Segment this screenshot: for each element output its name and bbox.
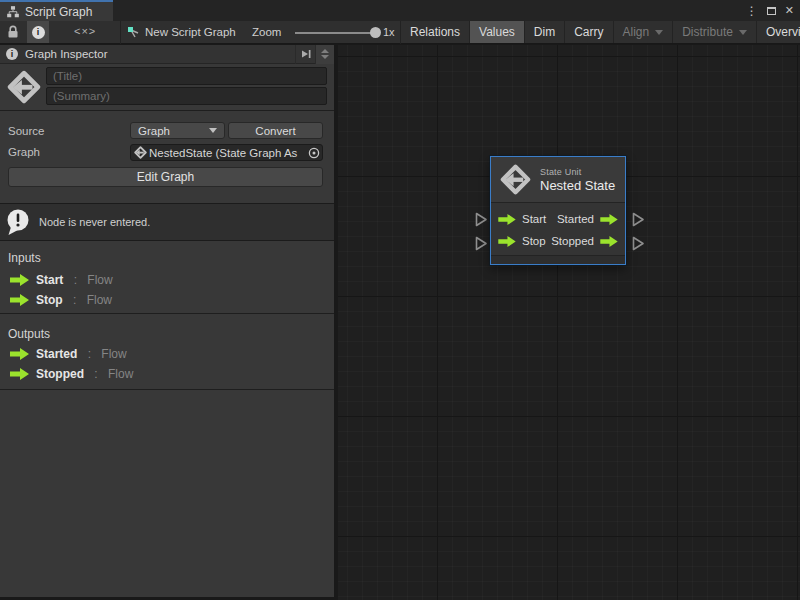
graph-label: Graph <box>8 146 40 158</box>
warning-text: Node is never entered. <box>39 216 150 228</box>
summary-input[interactable] <box>46 87 327 105</box>
code-preview-icon[interactable]: <×> <box>74 25 96 37</box>
source-dropdown[interactable]: Graph <box>130 122 225 139</box>
inspector-toggle-button[interactable]: i <box>27 21 49 43</box>
inspector-header: i Graph Inspector <box>0 45 334 64</box>
port-separator: : <box>70 273 80 287</box>
chevron-down-icon <box>739 30 747 35</box>
tab-script-graph[interactable]: Script Graph <box>0 0 113 21</box>
node-ports: Start Started Stop Stopped <box>491 203 625 255</box>
port-separator: : <box>70 293 80 307</box>
edit-graph-button[interactable]: Edit Graph <box>8 167 323 187</box>
node-port-row: Stop Stopped <box>498 230 618 252</box>
graph-canvas[interactable]: State Unit Nested State Start Started <box>338 45 800 600</box>
state-graph-icon <box>500 164 531 195</box>
port-stopped[interactable]: Stopped <box>551 235 618 247</box>
chevron-down-icon <box>209 128 217 133</box>
zoom-slider[interactable] <box>295 32 377 34</box>
port-label: Stopped <box>551 235 594 247</box>
graph-object-field[interactable]: NestedState (State Graph As <box>130 144 323 161</box>
toolbar-button-relations[interactable]: Relations <box>401 21 470 43</box>
port-name: Start <box>36 273 63 287</box>
output-connector-started[interactable] <box>632 212 645 227</box>
source-label: Source <box>8 125 44 137</box>
warning-icon <box>5 208 31 236</box>
node-footer <box>491 255 625 264</box>
state-graph-icon <box>7 70 41 104</box>
port-stop[interactable]: Stop <box>498 235 546 247</box>
panel-scroll-buttons[interactable] <box>315 45 334 64</box>
title-bar: Script Graph ⋮ ✕ <box>0 0 800 21</box>
output-connector-stopped[interactable] <box>632 236 645 251</box>
toolbar-separator <box>120 21 121 44</box>
toolbar-button-dim[interactable]: Dim <box>525 21 565 43</box>
info-icon: i <box>32 26 45 39</box>
graph-title-label: New Script Graph <box>145 26 236 38</box>
convert-button[interactable]: Convert <box>228 122 323 139</box>
node-header[interactable]: State Unit Nested State <box>491 157 625 203</box>
zoom-label: Zoom <box>252 26 281 38</box>
divider <box>0 110 334 111</box>
node-kind: State Unit <box>540 167 615 177</box>
close-icon[interactable]: ✕ <box>785 5 794 16</box>
title-input[interactable] <box>46 67 327 85</box>
toolbar-button-carry[interactable]: Carry <box>565 21 613 43</box>
port-name: Stopped <box>36 367 84 381</box>
graph-inspector-panel: i Graph Inspector Source Gr <box>0 45 336 597</box>
port-name: Stop <box>36 293 63 307</box>
output-port-row: Stopped : Flow <box>10 367 133 381</box>
toolbar-button-overview[interactable]: Overview <box>757 21 800 43</box>
node-port-row: Start Started <box>498 208 618 230</box>
divider <box>0 313 334 314</box>
tab-title: Script Graph <box>25 5 92 19</box>
script-graph-icon <box>6 5 20 19</box>
source-dropdown-value: Graph <box>138 125 170 137</box>
input-port-row: Start : Flow <box>10 273 113 287</box>
lock-icon[interactable] <box>7 25 19 43</box>
port-type: Flow <box>101 347 126 361</box>
port-separator: : <box>91 367 101 381</box>
toolbar-button-values[interactable]: Values <box>470 21 525 43</box>
chevron-down-icon <box>655 30 663 35</box>
state-graph-icon <box>134 146 147 159</box>
port-type: Flow <box>108 367 133 381</box>
divider <box>0 389 334 390</box>
info-icon: i <box>6 48 18 60</box>
zoom-value: 1x <box>383 26 395 38</box>
toolbar-button-distribute[interactable]: Distribute <box>673 21 757 43</box>
graph-toolbar: i <×> New Script Graph Zoom 1x Relations… <box>0 21 800 44</box>
port-started[interactable]: Started <box>557 213 618 225</box>
output-port-row: Started : Flow <box>10 347 127 361</box>
outputs-section-title: Outputs <box>8 327 50 341</box>
port-label: Started <box>557 213 594 225</box>
state-unit-node[interactable]: State Unit Nested State Start Started <box>490 156 626 265</box>
input-port-row: Stop : Flow <box>10 293 112 307</box>
warning-banner: Node is never entered. <box>0 203 334 241</box>
toolbar-button-align[interactable]: Align <box>614 21 674 43</box>
graph-asset-icon <box>127 26 141 44</box>
object-picker-icon[interactable] <box>306 145 322 160</box>
port-label: Start <box>522 213 546 225</box>
maximize-icon[interactable] <box>767 7 776 15</box>
port-type: Flow <box>87 293 112 307</box>
flow-arrow-icon <box>498 214 516 225</box>
unity-visual-scripting-window: Script Graph ⋮ ✕ i <×> <box>0 0 800 600</box>
flow-arrow-icon <box>600 236 618 247</box>
port-separator: : <box>84 347 94 361</box>
input-connector-start[interactable] <box>475 212 488 227</box>
port-label: Stop <box>522 235 546 247</box>
flow-arrow-icon <box>600 214 618 225</box>
window-menu-icon[interactable]: ⋮ <box>746 5 758 17</box>
flow-arrow-icon <box>498 236 516 247</box>
dock-right-icon[interactable] <box>295 45 315 64</box>
flow-arrow-icon <box>10 368 29 380</box>
toolbar-separator <box>400 21 401 44</box>
arrow-up-icon <box>321 49 329 53</box>
port-type: Flow <box>87 273 112 287</box>
arrow-down-icon <box>321 55 329 59</box>
zoom-slider-handle[interactable] <box>370 27 381 38</box>
port-start[interactable]: Start <box>498 213 546 225</box>
input-connector-stop[interactable] <box>475 236 488 251</box>
port-name: Started <box>36 347 77 361</box>
flow-arrow-icon <box>10 294 29 306</box>
